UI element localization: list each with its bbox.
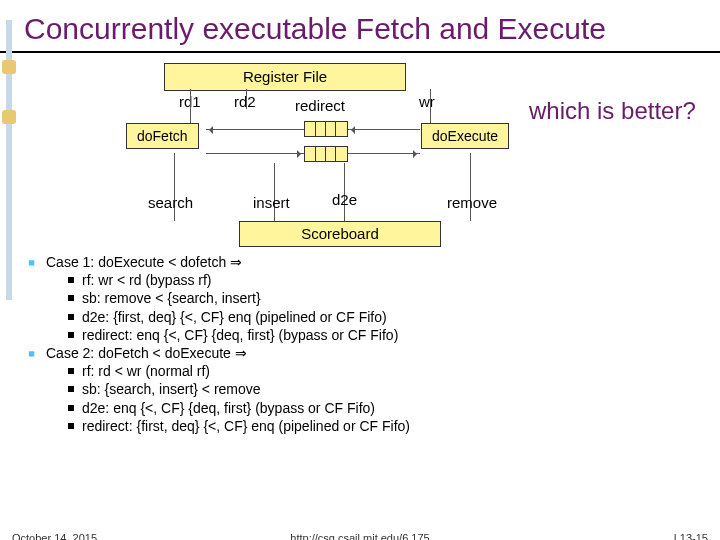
rd2-line (246, 89, 247, 109)
doexecute-box: doExecute (421, 123, 509, 149)
footer-url: http://csg.csail.mit.edu/6.175 (0, 532, 720, 540)
case2-rf: rf: rd < wr (normal rf) (82, 363, 210, 379)
d2e-label: d2e (332, 191, 357, 208)
wr-line (430, 89, 431, 127)
rd2-label: rd2 (234, 93, 256, 110)
case1-rf: rf: wr < rd (bypass rf) (82, 272, 212, 288)
which-better-label: which is better? (529, 98, 696, 124)
case2-sb: sb: {search, insert} < remove (82, 381, 261, 397)
redirect-arrow-in (348, 129, 420, 130)
case2-heading: Case 2: doFetch < doExecute ⇒ (46, 345, 247, 361)
redirect-label: redirect (295, 97, 345, 114)
case2-d2e: d2e: enq {<, CF} {deq, first} (bypass or… (82, 400, 375, 416)
dofetch-box: doFetch (126, 123, 199, 149)
redirect-fifo (304, 121, 348, 137)
footer-page: L13-15 (674, 532, 708, 540)
remove-label: remove (447, 194, 497, 211)
register-file-box: Register File (164, 63, 406, 91)
insert-label: insert (253, 194, 290, 211)
insert-line (274, 163, 275, 221)
d2e-arrow-out (206, 153, 304, 154)
square-icon (68, 277, 74, 283)
case-list: ◆Case 1: doExecute < dofetch ⇒ rf: wr < … (28, 253, 692, 435)
d2e-arrow-right (348, 153, 420, 154)
left-decor (6, 20, 12, 300)
d2e-fifo (304, 146, 348, 162)
square-icon (68, 405, 74, 411)
diagram: Register File rd1 rd2 redirect wr doFetc… (24, 63, 696, 253)
case1-sb: sb: remove < {search, insert} (82, 290, 261, 306)
wr-label: wr (419, 93, 435, 110)
case1-d2e: d2e: {first, deq} {<, CF} enq (pipelined… (82, 309, 387, 325)
square-icon (68, 314, 74, 320)
bullet-icon: ◆ (25, 255, 43, 273)
divider (0, 51, 720, 53)
redirect-arrow-left (206, 129, 304, 130)
case1-heading: Case 1: doExecute < dofetch ⇒ (46, 254, 242, 270)
square-icon (68, 423, 74, 429)
search-label: search (148, 194, 193, 211)
scoreboard-box: Scoreboard (239, 221, 441, 247)
square-icon (68, 332, 74, 338)
square-icon (68, 368, 74, 374)
case1-redirect: redirect: enq {<, CF} {deq, first} (bypa… (82, 327, 398, 343)
square-icon (68, 295, 74, 301)
square-icon (68, 386, 74, 392)
rd1-line (190, 89, 191, 127)
slide-title: Concurrently executable Fetch and Execut… (24, 12, 720, 45)
case2-redirect: redirect: {first, deq} {<, CF} enq (pipe… (82, 418, 410, 434)
bullet-icon: ◆ (25, 346, 43, 364)
